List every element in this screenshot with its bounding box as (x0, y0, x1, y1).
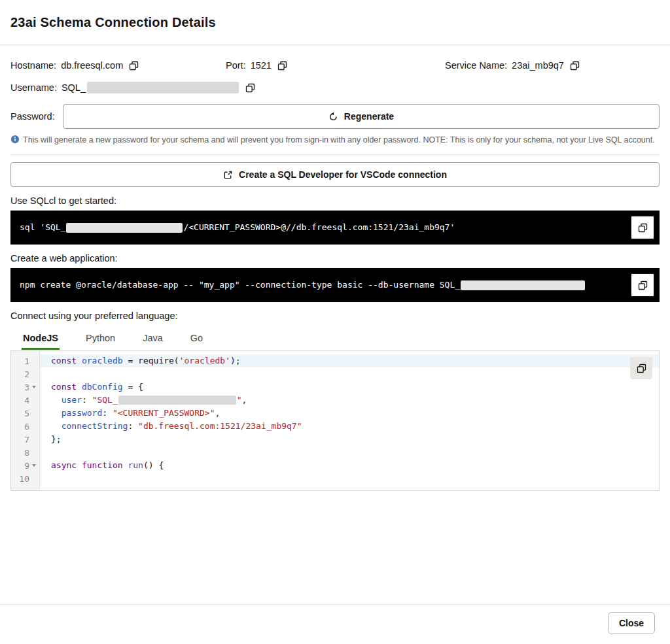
code-line[interactable] (40, 472, 659, 485)
copy-icon (570, 61, 580, 71)
dialog-title: 23ai Schema Connection Details (10, 15, 660, 30)
line-number: 3 (11, 382, 29, 392)
webapp-section-label: Create a web application: (10, 253, 660, 263)
copy-icon (129, 61, 139, 71)
line-number: 6 (11, 422, 29, 432)
code-editor[interactable]: 12345678910 const oracledb = require('or… (10, 350, 660, 491)
fold-toggle-icon[interactable] (32, 464, 36, 467)
copy-icon (638, 280, 648, 290)
tab-go[interactable]: Go (189, 327, 204, 350)
connection-info-row: Hostname: db.freesql.com Port: 1521 Serv… (10, 58, 660, 73)
language-tabs: NodeJSPythonJavaGo (10, 327, 660, 350)
port-field: Port: 1521 (226, 60, 445, 71)
code-line[interactable]: password: "<CURRENT_PASSWORD>", (40, 407, 659, 420)
copy-port-button[interactable] (277, 61, 287, 71)
service-name-label: Service Name: (445, 60, 507, 71)
gutter-line: 7 (11, 433, 39, 446)
code-line[interactable]: connectString: "db.freesql.com:1521/23ai… (40, 420, 659, 433)
refresh-icon (328, 112, 338, 122)
code-line[interactable]: user: "SQL_", (40, 394, 659, 407)
hostname-value: db.freesql.com (61, 60, 123, 71)
tab-java[interactable]: Java (141, 327, 164, 350)
redacted-text (118, 396, 236, 405)
sqlcl-section-label: Use SQLcl to get started: (10, 195, 660, 206)
gutter-line: 3 (11, 381, 39, 394)
line-number: 4 (11, 396, 29, 405)
close-button[interactable]: Close (608, 612, 655, 634)
code-line[interactable]: async function run() { (40, 459, 659, 472)
line-number: 10 (11, 474, 29, 484)
copy-sqlcl-button[interactable] (631, 216, 654, 239)
sqlcl-command: sql 'SQL_/<CURRENT_PASSWORD>@//db.freesq… (20, 222, 455, 233)
line-number: 8 (11, 448, 29, 458)
line-number: 7 (11, 435, 29, 445)
gutter-line: 6 (11, 420, 39, 433)
copy-icon (245, 83, 255, 93)
line-number: 2 (11, 369, 29, 379)
regenerate-button[interactable]: Regenerate (63, 104, 660, 129)
gutter-line: 4 (11, 394, 39, 407)
npm-command: npm create @oracle/database-app -- "my_a… (20, 280, 586, 290)
password-note: This will generate a new password for yo… (10, 135, 660, 146)
gutter-line: 8 (11, 446, 39, 459)
copy-icon (638, 223, 648, 233)
copy-hostname-button[interactable] (129, 61, 139, 71)
username-row: Username: SQL_ (10, 80, 660, 95)
copy-icon (637, 364, 646, 373)
code-line[interactable] (40, 446, 659, 459)
password-label: Password: (10, 111, 63, 122)
tab-python[interactable]: Python (84, 327, 116, 350)
hostname-field: Hostname: db.freesql.com (10, 60, 226, 71)
copy-npm-button[interactable] (631, 273, 654, 297)
divider (10, 154, 660, 155)
code-line[interactable] (40, 367, 659, 381)
service-name-field: Service Name: 23ai_mb9q7 (445, 60, 580, 71)
copy-code-button[interactable] (630, 357, 652, 379)
dialog-header: 23ai Schema Connection Details (0, 0, 670, 45)
line-number: 1 (11, 356, 29, 366)
gutter-line: 10 (11, 472, 39, 485)
gutter-line: 5 (11, 407, 39, 420)
info-icon (10, 135, 20, 144)
gutter-line: 2 (11, 367, 39, 381)
line-number: 9 (11, 461, 29, 471)
username-field: Username: SQL_ (10, 82, 255, 93)
username-prefix: SQL_ (62, 82, 86, 93)
code-line[interactable]: const dbConfig = { (40, 381, 659, 394)
port-label: Port: (226, 60, 246, 71)
connection-details-dialog: 23ai Schema Connection Details Hostname:… (0, 0, 670, 644)
gutter-line: 9 (11, 459, 39, 472)
copy-service-name-button[interactable] (570, 61, 580, 71)
copy-username-button[interactable] (245, 83, 255, 93)
port-value: 1521 (251, 60, 272, 71)
service-name-value: 23ai_mb9q7 (512, 60, 564, 71)
username-label: Username: (10, 82, 57, 93)
language-section-label: Connect using your preferred language: (10, 311, 660, 321)
hostname-label: Hostname: (10, 60, 56, 71)
sqlcl-code-block: sql 'SQL_/<CURRENT_PASSWORD>@//db.freesq… (10, 211, 660, 245)
external-link-icon (223, 170, 233, 180)
fold-toggle-icon[interactable] (32, 386, 36, 388)
dialog-footer: Close (0, 604, 670, 644)
editor-code-area: const oracledb = require('oracledb');con… (40, 351, 659, 490)
redacted-username (87, 82, 239, 93)
password-note-text: This will generate a new password for yo… (23, 135, 655, 144)
webapp-code-block: npm create @oracle/database-app -- "my_a… (10, 268, 660, 302)
vscode-connection-button-label: Create a SQL Developer for VSCode connec… (239, 169, 447, 180)
vscode-connection-button[interactable]: Create a SQL Developer for VSCode connec… (10, 162, 660, 187)
dialog-content: Hostname: db.freesql.com Port: 1521 Serv… (0, 45, 670, 604)
editor-gutter: 12345678910 (11, 351, 40, 490)
code-line[interactable]: }; (40, 433, 659, 446)
redacted-text (66, 223, 183, 233)
regenerate-button-label: Regenerate (344, 111, 394, 122)
line-number: 5 (11, 409, 29, 418)
tab-nodejs[interactable]: NodeJS (22, 327, 60, 350)
password-row: Password: Regenerate (10, 104, 660, 129)
copy-icon (277, 61, 287, 71)
redacted-text (461, 280, 585, 290)
gutter-line: 1 (11, 354, 39, 367)
code-line[interactable]: const oracledb = require('oracledb'); (40, 354, 659, 367)
